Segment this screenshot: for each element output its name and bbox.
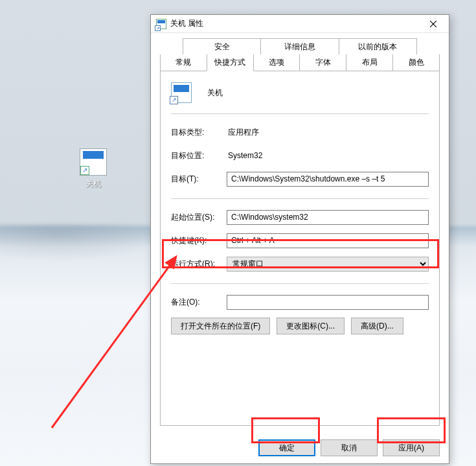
shortcut-key-label: 快捷键(K): — [171, 235, 227, 246]
window-title: 关机 属性 — [170, 18, 418, 29]
target-location-value: System32 — [227, 151, 429, 160]
dialog-footer: 确定 取消 应用(A) — [151, 432, 449, 463]
tab-previous-versions[interactable]: 以前的版本 — [339, 38, 417, 55]
separator — [171, 113, 429, 114]
tab-layout[interactable]: 布局 — [346, 54, 393, 71]
tab-font[interactable]: 字体 — [299, 54, 346, 71]
tab-colors[interactable]: 颜色 — [392, 54, 440, 71]
target-location-label: 目标位置: — [171, 150, 227, 161]
tab-shortcut[interactable]: 快捷方式 — [207, 54, 254, 71]
properties-dialog: ↗ 关机 属性 安全 详细信息 以前的版本 常规 快捷方式 选项 字体 布局 颜… — [150, 14, 449, 464]
target-input[interactable] — [227, 172, 429, 187]
change-icon-button[interactable]: 更改图标(C)... — [277, 318, 345, 334]
start-in-label: 起始位置(S): — [171, 212, 227, 223]
advanced-button[interactable]: 高级(D)... — [351, 318, 403, 334]
close-button[interactable] — [418, 15, 448, 33]
open-file-location-button[interactable]: 打开文件所在的位置(F) — [171, 318, 270, 334]
target-type-value: 应用程序 — [227, 127, 429, 138]
run-select[interactable]: 常规窗口 — [227, 257, 429, 272]
tabs: 安全 详细信息 以前的版本 常规 快捷方式 选项 字体 布局 颜色 — [160, 38, 440, 71]
tab-details[interactable]: 详细信息 — [260, 38, 339, 55]
close-icon — [430, 21, 436, 27]
tab-security[interactable]: 安全 — [183, 38, 261, 55]
ok-button[interactable]: 确定 — [258, 439, 315, 456]
shortcut-key-input[interactable] — [227, 233, 429, 248]
tab-options[interactable]: 选项 — [253, 54, 300, 71]
desktop-shortcut-shutdown[interactable]: ↗ 关机 — [70, 148, 117, 189]
desktop-shortcut-label: 关机 — [70, 178, 117, 189]
run-label: 运行方式(R): — [171, 259, 227, 270]
shortcut-icon: ↗ — [80, 148, 107, 176]
titlebar[interactable]: ↗ 关机 属性 — [151, 15, 449, 33]
tab-panel-shortcut: ↗ 关机 目标类型: 应用程序 目标位置: System32 目标(T): 起始… — [160, 71, 440, 426]
shortcut-large-icon: ↗ — [171, 82, 192, 103]
apply-button[interactable]: 应用(A) — [383, 439, 440, 456]
start-in-input[interactable] — [227, 210, 429, 225]
cancel-button[interactable]: 取消 — [321, 439, 378, 456]
tab-general[interactable]: 常规 — [160, 54, 207, 71]
titlebar-icon: ↗ — [156, 19, 166, 29]
separator — [171, 283, 429, 284]
shortcut-name: 关机 — [207, 87, 223, 99]
separator — [171, 198, 429, 199]
target-type-label: 目标类型: — [171, 127, 227, 138]
comment-label: 备注(O): — [171, 297, 227, 308]
comment-input[interactable] — [227, 295, 429, 310]
target-label: 目标(T): — [171, 174, 227, 185]
shortcut-arrow-icon: ↗ — [80, 166, 89, 175]
